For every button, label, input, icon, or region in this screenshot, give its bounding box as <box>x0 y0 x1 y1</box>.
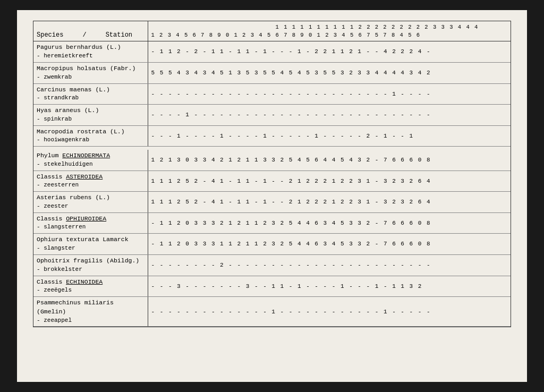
data-values: - 1 1 2 - 2 - 1 1 - 1 1 - 1 - - - 1 - 2 … <box>148 41 511 63</box>
species-name: Carcinus maenas (L.) <box>37 86 144 95</box>
table-row: Classis OPHIUROIDEA- slangsterren- 1 1 2… <box>33 212 511 234</box>
table-row: Hyas araneus (L.)- spinkrab- - - - 1 - -… <box>33 105 511 126</box>
species-dutch: - zwemkrab <box>37 73 144 82</box>
data-values: 1 2 1 3 0 3 3 4 2 1 2 1 1 3 3 2 5 4 5 6 … <box>148 150 511 171</box>
table-row: Carcinus maenas (L.)- strandkrab- - - - … <box>33 83 511 105</box>
species-cell: Asterias rubens (L.)- zeester <box>33 192 148 213</box>
species-cell: Carcinus maenas (L.)- strandkrab <box>33 83 148 105</box>
species-cell: Classis ASTEROIDEA- zeesterren <box>33 171 148 192</box>
table-row: Ophoitrix fragilis (Abildg.)- brokkelste… <box>33 254 511 276</box>
species-cell: Classis ECHINOIDEA- zeeëgels <box>33 276 148 297</box>
species-name: Ophoitrix fragilis (Abildg.) <box>37 257 144 266</box>
species-name: Ophiura texturata Lamarck <box>37 235 144 244</box>
slash-label: / <box>82 31 86 39</box>
table-row: Macropodia rostrata (L.)- hooiwagenkrab-… <box>33 125 511 147</box>
species-dutch: - zeesterren <box>37 181 144 190</box>
species-dutch: - slangster <box>37 244 144 253</box>
species-cell: Ophoitrix fragilis (Abildg.)- brokkelste… <box>33 254 148 276</box>
species-cell: Macropipus holsatus (Fabr.)- zwemkrab <box>33 62 148 83</box>
species-cell: Ophiura texturata Lamarck- slangster <box>33 234 148 255</box>
species-name: Psammechinus miliaris (Gmelin) <box>37 299 144 316</box>
species-dutch: - zeeappel <box>37 317 144 325</box>
species-dutch: - hooiwagenkrab <box>37 136 144 144</box>
species-name: Classis ECHINOIDEA <box>37 278 144 287</box>
station-numbers-row2: 1 2 3 4 5 6 7 8 9 0 1 2 3 4 5 6 7 8 9 0 … <box>151 31 508 39</box>
species-name: Classis ASTEROIDEA <box>37 173 144 182</box>
species-cell: Macropodia rostrata (L.)- hooiwagenkrab <box>33 125 148 147</box>
data-values: - - - - - - - - - - - - - - - - - - - - … <box>148 83 511 105</box>
species-cell: Phylum ECHINODERMATA- stekelhuidigen <box>33 150 148 171</box>
table-row: Phylum ECHINODERMATA- stekelhuidigen1 2 … <box>33 150 511 171</box>
data-values: - 1 1 2 0 3 3 3 2 1 2 1 1 2 3 2 5 4 4 6 … <box>148 212 511 234</box>
station-numbers-row1: 1 1 1 1 1 1 1 1 1 1 2 2 2 2 2 2 2 2 2 3 … <box>151 23 508 31</box>
page: Species / Station 1 1 1 1 1 1 1 1 1 1 2 … <box>17 10 527 382</box>
species-dutch: - brokkelster <box>37 266 144 274</box>
species-dutch: - zeester <box>37 202 144 211</box>
species-dutch: - stekelhuidigen <box>37 160 144 169</box>
data-values: - 1 1 2 0 3 3 3 1 1 2 1 1 2 3 2 5 4 4 6 … <box>148 234 511 255</box>
species-label: Species <box>37 31 63 39</box>
data-values: - - - - 1 - - - - - - - - - - - - - - - … <box>148 105 511 126</box>
species-name: Pagurus bernhardus (L.) <box>37 43 144 52</box>
main-table-container: Species / Station 1 1 1 1 1 1 1 1 1 1 2 … <box>33 21 511 327</box>
species-name: Classis OPHIUROIDEA <box>37 215 144 224</box>
data-values: - - - - - - - - - - - - - - 1 - - - - - … <box>148 297 511 327</box>
table-row: Classis ECHINOIDEA- zeeëgels- - - 3 - - … <box>33 276 511 297</box>
data-values: - - - 3 - - - - - - - 3 - - 1 1 - 1 - - … <box>148 276 511 297</box>
table-row: Psammechinus miliaris (Gmelin)- zeeappel… <box>33 297 511 327</box>
species-station-header: Species / Station <box>33 21 148 41</box>
table-row: Pagurus bernhardus (L.)- heremietkreeft-… <box>33 41 511 63</box>
data-values: 5 5 5 4 3 4 3 4 5 1 3 5 3 5 5 4 5 4 5 3 … <box>148 62 511 83</box>
table-row: Asterias rubens (L.)- zeester1 1 1 2 5 2… <box>33 192 511 213</box>
species-dutch: - spinkrab <box>37 115 144 124</box>
table-row: Macropipus holsatus (Fabr.)- zwemkrab5 5… <box>33 62 511 83</box>
table-row: Ophiura texturata Lamarck- slangster- 1 … <box>33 234 511 255</box>
species-dutch: - zeeëgels <box>37 286 144 295</box>
species-name: Macropodia rostrata (L.) <box>37 127 144 137</box>
table-row: Classis ASTEROIDEA- zeesterren1 1 1 2 5 … <box>33 171 511 192</box>
species-name: Phylum ECHINODERMATA <box>37 151 144 160</box>
species-cell: Classis OPHIUROIDEA- slangsterren <box>33 212 148 234</box>
species-cell: Psammechinus miliaris (Gmelin)- zeeappel <box>33 297 148 327</box>
data-values: 1 1 1 2 5 2 - 4 1 - 1 1 - 1 - - 2 1 2 2 … <box>148 171 511 192</box>
station-label: Station <box>106 31 132 39</box>
data-values: 1 1 1 2 5 2 - 4 1 - 1 1 - 1 - - 2 1 2 2 … <box>148 192 511 213</box>
species-cell: Hyas araneus (L.)- spinkrab <box>33 105 148 126</box>
species-cell: Pagurus bernhardus (L.)- heremietkreeft <box>33 41 148 63</box>
data-table: Species / Station 1 1 1 1 1 1 1 1 1 1 2 … <box>33 21 511 327</box>
species-dutch: - strandkrab <box>37 94 144 103</box>
species-name: Asterias rubens (L.) <box>37 193 144 202</box>
header-row: Species / Station 1 1 1 1 1 1 1 1 1 1 2 … <box>33 21 511 41</box>
species-dutch: - slangsterren <box>37 223 144 232</box>
species-name: Macropipus holsatus (Fabr.) <box>37 64 144 73</box>
station-numbers-header: 1 1 1 1 1 1 1 1 1 1 2 2 2 2 2 2 2 2 2 3 … <box>148 21 511 41</box>
species-name: Hyas araneus (L.) <box>37 106 144 115</box>
data-values: - - - - - - - - 2 - - - - - - - - - - - … <box>148 254 511 276</box>
data-values: - - - 1 - - - - 1 - - - - 1 - - - - - 1 … <box>148 125 511 147</box>
species-dutch: - heremietkreeft <box>37 52 144 61</box>
